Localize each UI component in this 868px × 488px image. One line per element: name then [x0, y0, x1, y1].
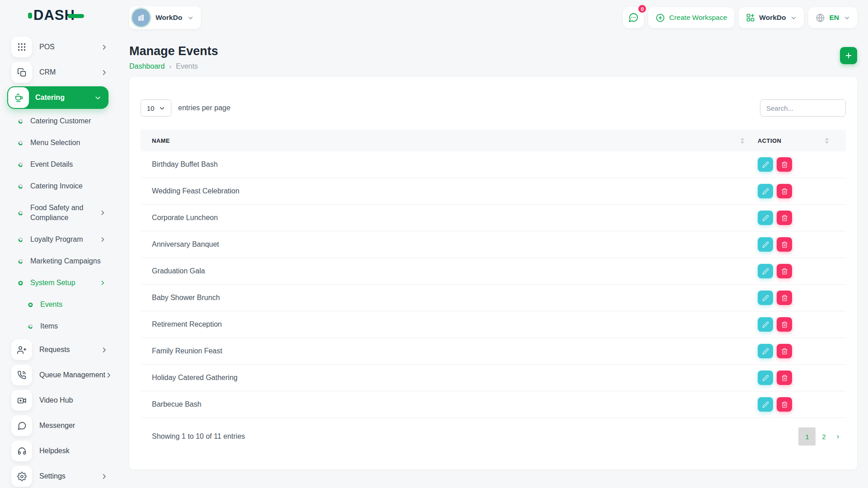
sidebar-item-events[interactable]: Events: [0, 294, 116, 315]
table-header-row: NAME ACTION: [141, 130, 846, 151]
pencil-icon: [762, 241, 769, 248]
trash-icon: [781, 268, 788, 275]
sidebar-item-label: Messenger: [39, 422, 75, 430]
sidebar-item-label: Helpdesk: [39, 447, 70, 455]
trash-icon: [781, 375, 788, 381]
chevron-right-icon: [101, 69, 108, 76]
pencil-icon: [762, 188, 769, 195]
delete-button[interactable]: [777, 184, 792, 198]
sidebar-item-messenger[interactable]: Messenger: [0, 413, 116, 438]
sidebar-item-food-safety[interactable]: Food Safety and Compliance: [0, 197, 116, 229]
workspace-avatar: [132, 9, 150, 27]
edit-button[interactable]: [758, 157, 773, 172]
edit-button[interactable]: [758, 211, 773, 225]
delete-button[interactable]: [777, 317, 792, 332]
trash-icon: [781, 348, 788, 355]
page-header-left: Manage Events Dashboard › Events: [129, 44, 218, 70]
pencil-icon: [762, 295, 769, 301]
sidebar-item-loyalty-program[interactable]: Loyalty Program: [0, 229, 116, 250]
row-actions: [749, 344, 846, 358]
event-name: Retirement Reception: [141, 320, 749, 328]
sidebar-item-catering-active[interactable]: Catering: [7, 86, 108, 109]
logo-dot-accent: [28, 13, 32, 19]
table-row: Anniversary Banquet: [141, 231, 846, 258]
apps-menu-button[interactable]: WorkDo: [739, 7, 804, 28]
edit-button[interactable]: [758, 184, 773, 198]
sidebar-item-label: Loyalty Program: [30, 235, 83, 244]
sidebar-item-menu-selection[interactable]: Menu Selection: [0, 132, 116, 154]
globe-icon: [816, 13, 825, 23]
trash-icon: [781, 241, 788, 248]
sidebar-item-settings[interactable]: Settings: [0, 464, 116, 488]
delete-button[interactable]: [777, 157, 792, 172]
main-content: WorkDo 0 Create Workspace WorkDo: [116, 0, 868, 488]
delete-button[interactable]: [777, 371, 792, 385]
workspace-switcher[interactable]: WorkDo: [129, 6, 201, 29]
pagination-page-2[interactable]: 2: [816, 433, 832, 441]
catering-cup-icon: [8, 87, 29, 108]
row-actions: [749, 211, 846, 225]
breadcrumb-dashboard-link[interactable]: Dashboard: [129, 62, 165, 70]
edit-button[interactable]: [758, 344, 773, 358]
bullet-ring-icon: [18, 281, 23, 286]
sidebar-item-catering-customer[interactable]: Catering Customer: [0, 110, 116, 132]
sort-icon: [741, 138, 744, 144]
chat-bubble-icon: [11, 415, 32, 436]
edit-button[interactable]: [758, 317, 773, 332]
sidebar-item-event-details[interactable]: Event Details: [0, 154, 116, 175]
page-size-select[interactable]: 10: [141, 99, 171, 117]
delete-button[interactable]: [777, 237, 792, 252]
create-workspace-button[interactable]: Create Workspace: [648, 7, 734, 28]
delete-button[interactable]: [777, 344, 792, 358]
sidebar-item-label: Items: [40, 322, 58, 330]
messages-badge: 0: [637, 4, 647, 14]
headset-icon: [11, 441, 32, 461]
sidebar-item-crm[interactable]: CRM: [0, 60, 116, 85]
sidebar-item-video-hub[interactable]: Video Hub: [0, 388, 116, 413]
delete-button[interactable]: [777, 397, 792, 412]
sidebar-item-catering-invoice[interactable]: Catering Invoice: [0, 175, 116, 197]
delete-button[interactable]: [777, 211, 792, 225]
sidebar-item-label: Catering Invoice: [30, 182, 83, 190]
sidebar-item-label: POS: [39, 43, 55, 51]
breadcrumb: Dashboard › Events: [129, 62, 218, 70]
row-actions: [749, 291, 846, 305]
sidebar-item-helpdesk[interactable]: Helpdesk: [0, 438, 116, 464]
sidebar-item-items[interactable]: Items: [0, 315, 116, 337]
table-row: Graduation Gala: [141, 258, 846, 285]
column-header-action[interactable]: ACTION: [749, 137, 846, 144]
table-row: Family Reunion Feast: [141, 338, 846, 365]
sidebar-item-system-setup[interactable]: System Setup: [0, 272, 116, 294]
table-row: Baby Shower Brunch: [141, 285, 846, 311]
edit-button[interactable]: [758, 291, 773, 305]
sidebar-item-label: Events: [40, 300, 62, 309]
events-card: 10 entries per page NAME ACTION: [129, 77, 857, 469]
page-header: Manage Events Dashboard › Events: [129, 44, 857, 70]
sidebar-item-queue-management[interactable]: Queue Management: [0, 362, 116, 388]
row-actions: [749, 184, 846, 198]
app-logo[interactable]: DASH: [28, 7, 116, 23]
add-event-button[interactable]: [840, 47, 857, 64]
search-input[interactable]: [760, 99, 846, 117]
pagination-page-1-current[interactable]: 1: [798, 427, 816, 446]
pencil-icon: [762, 161, 769, 168]
sidebar-item-marketing-campaigns[interactable]: Marketing Campaigns: [0, 250, 116, 272]
sidebar-item-requests[interactable]: Requests: [0, 337, 116, 362]
language-selector[interactable]: EN: [808, 7, 857, 28]
pos-grid-icon: [11, 37, 32, 57]
trash-icon: [781, 295, 788, 301]
edit-button[interactable]: [758, 264, 773, 278]
sidebar-item-label: Queue Management: [39, 371, 105, 379]
sidebar-item-pos[interactable]: POS: [0, 34, 116, 60]
delete-button[interactable]: [777, 264, 792, 278]
edit-button[interactable]: [758, 397, 773, 412]
edit-button[interactable]: [758, 237, 773, 252]
pagination-next[interactable]: ›: [832, 432, 844, 441]
table-row: Holiday Catered Gathering: [141, 365, 846, 391]
delete-button[interactable]: [777, 291, 792, 305]
sidebar: DASH POS CRM Ca: [0, 0, 116, 488]
event-name: Family Reunion Feast: [141, 347, 749, 355]
edit-button[interactable]: [758, 371, 773, 385]
messages-button[interactable]: 0: [623, 7, 644, 28]
column-header-name[interactable]: NAME: [141, 137, 749, 144]
